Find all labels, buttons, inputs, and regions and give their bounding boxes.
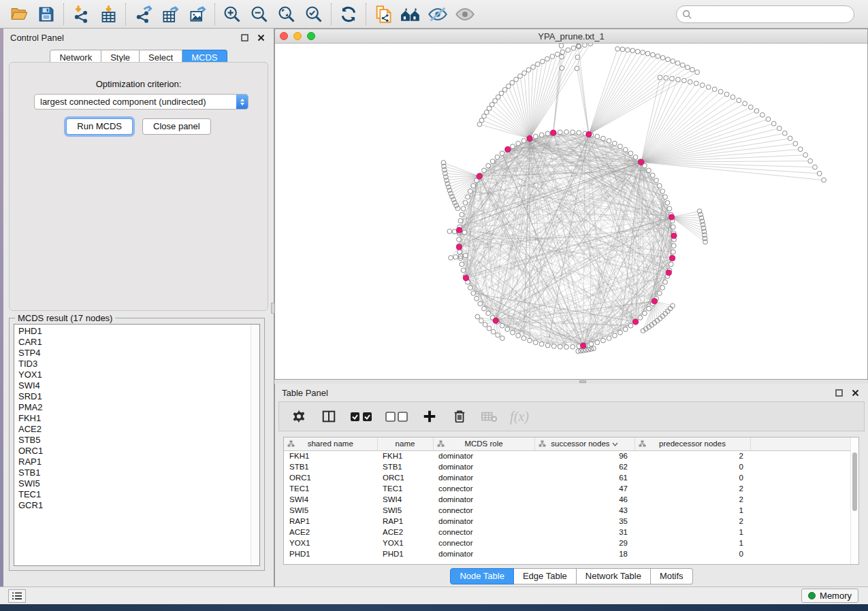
run-mcds-button[interactable]: Run MCDS <box>66 118 133 135</box>
table-row[interactable]: TEC1TEC1connector472 <box>284 483 859 494</box>
unselect-all-icon[interactable] <box>384 406 410 427</box>
criterion-dropdown[interactable]: largest connected component (undirected) <box>34 94 248 110</box>
mcds-highlighted-node[interactable] <box>505 146 511 152</box>
mcds-result-item[interactable]: SWI4 <box>18 380 259 391</box>
table-cell[interactable]: SWI5 <box>377 505 433 516</box>
table-cell[interactable]: connector <box>433 527 534 538</box>
column-header-name[interactable]: name <box>377 437 433 450</box>
mcds-highlighted-node[interactable] <box>581 343 586 348</box>
table-cell[interactable]: connector <box>433 505 534 516</box>
table-cell[interactable]: YOX1 <box>284 538 377 548</box>
close-panel-icon[interactable] <box>849 387 861 398</box>
table-cell[interactable]: 0 <box>634 472 750 483</box>
mcds-result-item[interactable]: STB5 <box>18 435 259 446</box>
mcds-highlighted-node[interactable] <box>671 233 677 238</box>
table-cell[interactable]: connector <box>433 538 534 548</box>
table-cell[interactable]: 2 <box>634 483 750 494</box>
table-cell[interactable]: 96 <box>534 450 634 461</box>
tab-edge-table[interactable]: Edge Table <box>514 568 577 584</box>
table-cell[interactable]: 0 <box>634 548 750 559</box>
table-cell[interactable]: 61 <box>534 472 634 483</box>
table-row[interactable]: SWI4SWI4dominator462 <box>284 494 859 505</box>
table-cell[interactable]: YOX1 <box>377 538 433 548</box>
mcds-highlighted-node[interactable] <box>463 276 468 281</box>
refresh-view-icon[interactable] <box>335 2 362 27</box>
table-cell[interactable]: connector <box>433 483 534 494</box>
network-canvas[interactable] <box>275 44 867 379</box>
select-all-icon[interactable] <box>349 406 374 427</box>
export-image-icon[interactable] <box>184 2 211 27</box>
scrollbar-thumb[interactable] <box>852 452 857 511</box>
network-window-titlebar[interactable]: YPA_prune.txt_1 <box>275 29 867 44</box>
export-table-icon[interactable] <box>157 2 184 27</box>
mcds-highlighted-node[interactable] <box>551 130 556 135</box>
mcds-result-item[interactable]: YOX1 <box>18 369 259 380</box>
table-cell[interactable]: 62 <box>534 461 634 472</box>
table-scrollbar[interactable] <box>850 437 858 564</box>
mcds-highlighted-node[interactable] <box>456 244 462 250</box>
table-cell[interactable]: FKH1 <box>284 450 377 461</box>
mcds-highlighted-node[interactable] <box>669 214 674 220</box>
import-table-icon[interactable] <box>95 2 122 27</box>
table-cell[interactable]: dominator <box>433 548 534 559</box>
splitter-handle[interactable] <box>579 380 586 383</box>
table-cell[interactable]: SWI4 <box>377 494 433 505</box>
table-cell[interactable]: TEC1 <box>377 483 433 494</box>
mcds-result-item[interactable]: TEC1 <box>18 489 259 500</box>
task-history-button[interactable] <box>8 589 26 603</box>
table-cell[interactable]: RAP1 <box>284 516 377 527</box>
table-row[interactable]: SWI5SWI5connector431 <box>284 505 859 516</box>
mcds-result-item[interactable]: STB1 <box>18 467 259 478</box>
table-row[interactable]: FKH1FKH1dominator962 <box>284 450 859 461</box>
table-cell[interactable]: 31 <box>534 527 634 538</box>
table-cell[interactable]: STB1 <box>377 461 433 472</box>
zoom-fit-icon[interactable] <box>273 2 300 27</box>
table-cell[interactable]: ACE2 <box>284 527 377 538</box>
table-cell[interactable]: 47 <box>534 483 634 494</box>
table-cell[interactable]: 2 <box>634 516 750 527</box>
mcds-result-item[interactable]: CAR1 <box>18 337 259 348</box>
memory-button[interactable]: Memory <box>801 589 858 603</box>
import-network-icon[interactable] <box>67 2 95 27</box>
table-row[interactable]: PHD1PHD1dominator180 <box>284 548 859 559</box>
mcds-result-item[interactable]: PHD1 <box>18 326 259 337</box>
table-cell[interactable]: dominator <box>433 461 534 472</box>
close-panel-button[interactable]: Close panel <box>142 118 211 135</box>
mcds-result-item[interactable]: TID3 <box>18 359 259 369</box>
table-cell[interactable]: 18 <box>534 548 634 559</box>
mcds-highlighted-node[interactable] <box>477 174 482 179</box>
table-cell[interactable]: 1 <box>634 538 750 548</box>
mcds-result-item[interactable]: PMA2 <box>18 402 259 413</box>
table-cell[interactable]: 35 <box>534 516 634 527</box>
table-cell[interactable]: ACE2 <box>377 527 433 538</box>
tab-node-table[interactable]: Node Table <box>450 568 514 584</box>
table-cell[interactable]: ORC1 <box>284 472 377 483</box>
table-row[interactable]: YOX1YOX1connector291 <box>284 538 859 548</box>
table-row[interactable]: RAP1RAP1dominator352 <box>284 516 859 527</box>
table-cell[interactable]: SWI4 <box>284 494 377 505</box>
mcds-highlighted-node[interactable] <box>493 318 498 323</box>
table-cell[interactable]: STB1 <box>284 461 377 472</box>
clone-network-icon[interactable] <box>370 2 397 27</box>
float-panel-icon[interactable] <box>833 387 845 398</box>
column-header-mcds-role[interactable]: MCDS role <box>433 437 534 450</box>
table-cell[interactable]: PHD1 <box>284 548 377 559</box>
table-cell[interactable]: dominator <box>433 516 534 527</box>
mcds-highlighted-node[interactable] <box>586 131 592 137</box>
show-all-icon[interactable] <box>451 2 479 27</box>
mcds-highlighted-node[interactable] <box>527 135 532 141</box>
mcds-result-list[interactable]: PHD1CAR1STP4TID3YOX1SWI4SRD1PMA2FKH1ACE2… <box>14 324 260 566</box>
mcds-result-item[interactable]: STP4 <box>18 348 259 359</box>
close-panel-icon[interactable] <box>255 32 267 43</box>
mcds-highlighted-node[interactable] <box>457 227 462 233</box>
mcds-result-item[interactable]: ACE2 <box>18 424 259 435</box>
table-cell[interactable]: 43 <box>534 505 634 516</box>
table-cell[interactable]: 29 <box>534 538 634 548</box>
zoom-selected-icon[interactable] <box>300 2 327 27</box>
table-cell[interactable]: TEC1 <box>284 483 377 494</box>
column-header-predecessor-nodes[interactable]: predecessor nodes <box>634 437 750 450</box>
table-cell[interactable]: dominator <box>433 472 534 483</box>
mcds-highlighted-node[interactable] <box>639 159 644 165</box>
list-scrollbar[interactable] <box>251 325 259 565</box>
mcds-highlighted-node[interactable] <box>666 270 671 276</box>
